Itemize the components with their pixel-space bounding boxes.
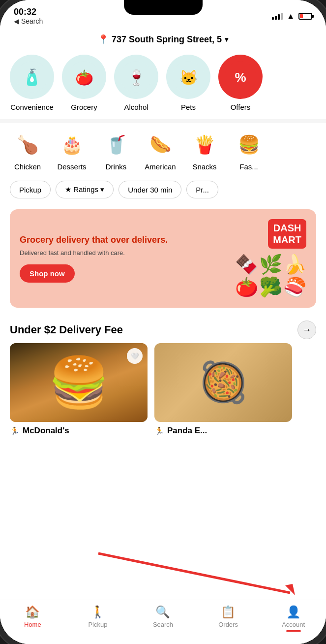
promo-food-tomato: 🍅: [235, 276, 258, 298]
category-item-convenience[interactable]: 🧴 Convenience: [10, 55, 54, 111]
orders-icon: 📋: [221, 605, 236, 619]
account-active-underline: [286, 630, 301, 632]
dash-mart-logo: DASHMART: [268, 219, 306, 249]
restaurant-row: 🍔 🤍 🏃 McDonald's: [0, 343, 326, 436]
address-button[interactable]: 📍 737 South Spring Street, 5 ▾: [98, 34, 228, 45]
dash-mart-text: DASHMART: [273, 223, 301, 245]
category-label-pets: Pets: [181, 103, 196, 111]
restaurant-name-mcdonalds: McDonald's: [23, 426, 69, 436]
status-right: ▲: [272, 12, 312, 21]
shop-now-button[interactable]: Shop now: [20, 264, 75, 283]
filter-ratings[interactable]: ★ Ratings ▾: [56, 181, 114, 198]
promo-food-herb: 🌿: [259, 254, 282, 275]
category-item-offers[interactable]: % Offers: [218, 55, 263, 111]
doordash-icon-panda: 🏃: [154, 426, 164, 436]
food-img-chicken: 🍗: [10, 130, 45, 160]
promo-headline: Grocery delivery that over delivers.: [20, 234, 208, 246]
heart-button-mcdonalds[interactable]: 🤍: [127, 348, 143, 364]
promo-banner: Grocery delivery that over delivers. Del…: [10, 209, 316, 308]
restaurant-image-panda: 🥘: [154, 343, 292, 422]
burger-emoji: 🍔: [48, 354, 110, 412]
food-label-snacks: Snacks: [192, 162, 216, 171]
nav-label-orders: Orders: [218, 621, 238, 628]
food-label-chicken: Chicken: [14, 162, 41, 171]
arrow-right-icon: →: [302, 325, 311, 335]
nav-item-pickup[interactable]: 🚶 Pickup: [65, 605, 131, 628]
food-cat-drinks[interactable]: 🥤 Drinks: [98, 130, 134, 171]
categories-row: 🧴 Convenience 🍅 Grocery: [0, 49, 326, 117]
promo-food-banana: 🍌: [283, 254, 306, 275]
svg-text:🍅: 🍅: [75, 69, 93, 87]
category-label-convenience: Convenience: [10, 103, 54, 111]
nav-item-orders[interactable]: 📋 Orders: [196, 605, 261, 628]
category-circle-alcohol: 🍷: [114, 55, 158, 99]
restaurant-name-row-mcdonalds: 🏃 McDonald's: [10, 426, 148, 436]
category-label-grocery: Grocery: [71, 103, 97, 111]
home-icon: 🏠: [25, 605, 40, 619]
food-img-desserts: 🎂: [54, 130, 89, 160]
food-label-desserts: Desserts: [57, 162, 86, 171]
category-label-alcohol: Alcohol: [124, 103, 148, 111]
phone-frame: 00:32 ◀ Search ▲ 📍: [0, 0, 326, 644]
divider-1: [0, 119, 326, 123]
nav-item-search[interactable]: 🔍 Search: [130, 605, 196, 628]
promo-food-salmon: 🍣: [283, 276, 306, 298]
nav-item-account[interactable]: 👤 Account: [261, 605, 326, 632]
food-img-american: 🌭: [143, 130, 178, 160]
filter-row: Pickup ★ Ratings ▾ Under 30 min Pr...: [0, 176, 326, 203]
promo-image-side: DASHMART 🍫 🌿 🍌 🍅 🥦 🍣: [208, 219, 306, 298]
food-label-drinks: Drinks: [106, 162, 127, 171]
food-img-drinks: 🥤: [98, 130, 134, 160]
category-item-alcohol[interactable]: 🍷 Alcohol: [114, 55, 158, 111]
nav-label-pickup: Pickup: [88, 621, 107, 628]
restaurant-name-panda: Panda E...: [167, 426, 207, 436]
food-cat-desserts[interactable]: 🎂 Desserts: [54, 130, 89, 171]
food-label-fast: Fas...: [239, 162, 258, 171]
category-item-grocery[interactable]: 🍅 Grocery: [62, 55, 106, 111]
svg-text:🧴: 🧴: [22, 68, 42, 87]
filter-time[interactable]: Under 30 min: [119, 181, 181, 198]
category-circle-convenience: 🧴: [10, 55, 54, 99]
address-header: 📍 737 South Spring Street, 5 ▾: [0, 28, 326, 49]
category-circle-grocery: 🍅: [62, 55, 106, 99]
phone-screen: 00:32 ◀ Search ▲ 📍: [0, 0, 326, 644]
food-cat-chicken[interactable]: 🍗 Chicken: [10, 130, 45, 171]
status-time: 00:32: [14, 7, 43, 17]
filter-time-label: Under 30 min: [128, 186, 172, 194]
doordash-icon-mcdonalds: 🏃: [10, 426, 20, 436]
promo-text: Grocery delivery that over delivers. Del…: [20, 234, 208, 283]
nav-label-account: Account: [282, 621, 305, 628]
filter-pickup[interactable]: Pickup: [10, 181, 51, 198]
food-img-snacks: 🍟: [187, 130, 222, 160]
restaurant-card-panda[interactable]: 🥘 🏃 Panda E...: [154, 343, 292, 436]
food-cat-fast[interactable]: 🍔 Fas...: [231, 130, 267, 171]
account-icon: 👤: [286, 605, 301, 619]
section-title: Under $2 Delivery Fee: [10, 323, 123, 336]
category-item-pets[interactable]: 🐱 Pets: [166, 55, 210, 111]
category-label-offers: Offers: [231, 103, 251, 111]
category-circle-offers: %: [218, 55, 263, 99]
food-cat-snacks[interactable]: 🍟 Snacks: [187, 130, 222, 171]
nav-label-search: Search: [153, 621, 173, 628]
address-text: 737 South Spring Street, 5: [112, 34, 222, 45]
status-left: 00:32 ◀ Search: [14, 7, 43, 25]
section-arrow-button[interactable]: →: [297, 321, 316, 339]
restaurant-card-mcdonalds[interactable]: 🍔 🤍 🏃 McDonald's: [10, 343, 148, 436]
nav-item-home[interactable]: 🏠 Home: [0, 605, 65, 628]
promo-food-items: 🍫 🌿 🍌 🍅 🥦 🍣: [228, 254, 306, 298]
back-button[interactable]: ◀ Search: [14, 17, 43, 25]
filter-ratings-label: ★ Ratings ▾: [65, 185, 104, 194]
filter-price[interactable]: Pr...: [186, 181, 218, 198]
restaurant-name-row-panda: 🏃 Panda E...: [154, 426, 292, 436]
food-label-american: American: [145, 162, 176, 171]
chevron-down-icon: ▾: [225, 35, 228, 43]
pickup-icon: 🚶: [90, 605, 105, 619]
location-pin-icon: 📍: [98, 34, 109, 45]
heart-icon: 🤍: [131, 353, 139, 360]
food-cat-american[interactable]: 🌭 American: [143, 130, 178, 171]
battery-icon: [298, 13, 312, 20]
search-icon: 🔍: [155, 605, 170, 619]
filter-price-label: Pr...: [196, 186, 209, 194]
filter-pickup-label: Pickup: [19, 186, 41, 194]
nav-label-home: Home: [24, 621, 41, 628]
